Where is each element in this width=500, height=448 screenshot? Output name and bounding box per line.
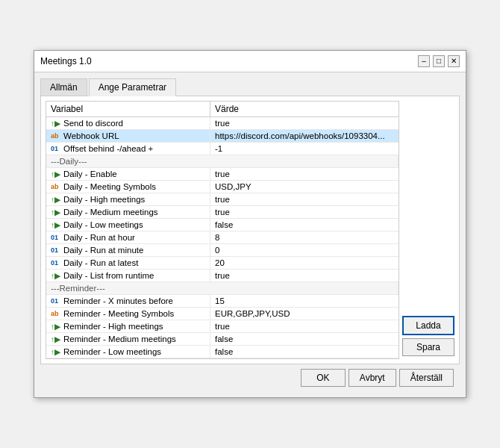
row-label-cell: 01Daily - Run at hour — [46, 231, 210, 243]
row-label: Send to discord — [63, 119, 123, 128]
row-type-icon: 01 — [51, 297, 61, 305]
ladda-button[interactable]: Ladda — [402, 316, 454, 335]
row-label: Daily - Enable — [63, 169, 117, 178]
row-label-cell: ↑▶Reminder - Low meetings — [46, 346, 210, 358]
table-row[interactable]: 01Offset behind -/ahead +-1 — [46, 143, 399, 155]
table-row[interactable]: ↑▶Daily - Medium meetingstrue — [46, 206, 399, 219]
side-buttons: Ladda Spara — [402, 101, 454, 359]
row-label: Daily - List from runtime — [63, 271, 154, 280]
row-value-cell: 0 — [210, 244, 399, 256]
row-value-cell: true — [210, 320, 399, 332]
row-value-cell: true — [210, 270, 399, 281]
row-value-cell: true — [210, 168, 399, 180]
spara-button[interactable]: Spara — [402, 338, 454, 356]
row-value-cell: 15 — [210, 295, 399, 307]
row-label: Webhook URL — [63, 131, 119, 140]
row-type-icon: 01 — [51, 234, 61, 241]
row-type-icon: ↑▶ — [51, 196, 61, 204]
table-row[interactable]: ↑▶Reminder - Medium meetingsfalse — [46, 333, 399, 346]
row-label-cell: 01Daily - Run at latest — [46, 257, 210, 269]
row-label-cell: ↑▶Reminder - High meetings — [46, 320, 210, 332]
row-label-cell: ↑▶Daily - High meetings — [46, 193, 210, 205]
row-value-cell: EUR,GBP,JPY,USD — [210, 308, 399, 320]
row-label: Daily - Run at minute — [63, 246, 143, 255]
tab-ange-parametrar[interactable]: Ange Parametrar — [89, 78, 176, 96]
row-label-cell: ↑▶Send to discord — [46, 117, 210, 129]
bottom-bar: OK Avbryt Återställ — [40, 364, 460, 391]
title-bar: Meetings 1.0 – □ ✕ — [34, 51, 466, 72]
row-label-cell: abWebhook URL — [46, 130, 210, 142]
row-label: Daily - Run at latest — [63, 258, 138, 267]
window-title: Meetings 1.0 — [40, 56, 92, 66]
row-label-cell: abDaily - Meeting Symbols — [46, 181, 210, 193]
row-type-icon: ab — [51, 132, 61, 140]
window-body: Allmän Ange Parametrar Variabel Värde ↑▶… — [34, 72, 466, 397]
avbryt-button[interactable]: Avbryt — [349, 369, 396, 387]
row-type-icon: 01 — [51, 246, 61, 254]
tab-bar: Allmän Ange Parametrar — [40, 78, 460, 96]
row-type-icon: 01 — [51, 259, 61, 267]
table-row[interactable]: abWebhook URLhttps://discord.com/api/web… — [46, 130, 399, 143]
table-row[interactable]: abDaily - Meeting SymbolsUSD,JPY — [46, 181, 399, 193]
row-label: Daily - Meeting Symbols — [63, 182, 156, 191]
maximize-button[interactable]: □ — [433, 55, 445, 67]
table-row[interactable]: abReminder - Meeting SymbolsEUR,GBP,JPY,… — [46, 308, 399, 320]
col-header-variabel: Variabel — [46, 102, 210, 116]
row-label-cell: ↑▶Daily - Low meetings — [46, 219, 210, 231]
table-row[interactable]: ---Reminder--- — [46, 282, 399, 295]
row-type-icon: ↑▶ — [51, 170, 61, 178]
row-value-cell: false — [210, 346, 399, 358]
row-type-icon: ab — [51, 183, 61, 190]
row-label: Reminder - X minutes before — [63, 296, 173, 305]
table-row[interactable]: ↑▶Send to discordtrue — [46, 117, 399, 130]
separator-row: ---Daily--- — [46, 155, 399, 167]
row-value-cell: false — [210, 219, 399, 231]
aterstall-button[interactable]: Återställ — [399, 369, 454, 387]
row-label-cell: ↑▶Reminder - Medium meetings — [46, 333, 210, 345]
row-label: Reminder - Low meetings — [63, 347, 161, 356]
row-label-cell: ↑▶Daily - List from runtime — [46, 270, 210, 281]
table-row[interactable]: ↑▶Daily - High meetingstrue — [46, 193, 399, 206]
table-row[interactable]: ↑▶Reminder - Low meetingsfalse — [46, 346, 399, 358]
table-row[interactable]: 01Daily - Run at hour8 — [46, 231, 399, 244]
row-type-icon: ↑▶ — [51, 272, 61, 280]
table-row[interactable]: 01Daily - Run at latest20 — [46, 257, 399, 270]
row-label: Daily - High meetings — [63, 195, 145, 204]
main-window: Meetings 1.0 – □ ✕ Allmän Ange Parametra… — [34, 50, 466, 398]
row-label: Reminder - Medium meetings — [63, 335, 176, 343]
row-label: Daily - Medium meetings — [63, 208, 158, 217]
table-row[interactable]: 01Reminder - X minutes before15 — [46, 295, 399, 308]
row-type-icon: ↑▶ — [51, 208, 61, 217]
row-type-icon: ↑▶ — [51, 119, 61, 128]
separator-row: ---Reminder--- — [46, 282, 399, 294]
col-header-varde: Värde — [210, 102, 399, 116]
tab-allman[interactable]: Allmän — [40, 78, 87, 96]
row-type-icon: ↑▶ — [51, 221, 61, 229]
row-value-cell: true — [210, 117, 399, 129]
row-value-cell: true — [210, 206, 399, 218]
content-area: Variabel Värde ↑▶Send to discordtrueabWe… — [40, 96, 460, 364]
table-body: ↑▶Send to discordtrueabWebhook URLhttps:… — [46, 117, 399, 358]
row-label: Reminder - High meetings — [63, 322, 163, 331]
minimize-button[interactable]: – — [418, 55, 430, 67]
table-row[interactable]: 01Daily - Run at minute0 — [46, 244, 399, 257]
close-button[interactable]: ✕ — [448, 55, 460, 67]
table-row[interactable]: ↑▶Daily - Low meetingsfalse — [46, 219, 399, 231]
row-label-cell: 01Reminder - X minutes before — [46, 295, 210, 307]
row-label: Daily - Run at hour — [63, 233, 135, 242]
table-row[interactable]: ↑▶Daily - Enabletrue — [46, 168, 399, 181]
table-row[interactable]: ↑▶Daily - List from runtimetrue — [46, 270, 399, 282]
row-value-cell: 8 — [210, 231, 399, 243]
row-label: Daily - Low meetings — [63, 220, 143, 229]
row-value-cell: false — [210, 333, 399, 345]
row-label: Offset behind -/ahead + — [63, 144, 153, 153]
table-row[interactable]: ---Daily--- — [46, 155, 399, 168]
table-header: Variabel Värde — [46, 102, 399, 117]
row-label-cell: ↑▶Daily - Enable — [46, 168, 210, 180]
row-value-cell: -1 — [210, 143, 399, 155]
ok-button[interactable]: OK — [301, 369, 346, 387]
row-label-cell: ↑▶Daily - Medium meetings — [46, 206, 210, 218]
table-row[interactable]: ↑▶Reminder - High meetingstrue — [46, 320, 399, 333]
row-type-icon: ↑▶ — [51, 348, 61, 356]
row-value-cell: USD,JPY — [210, 181, 399, 193]
